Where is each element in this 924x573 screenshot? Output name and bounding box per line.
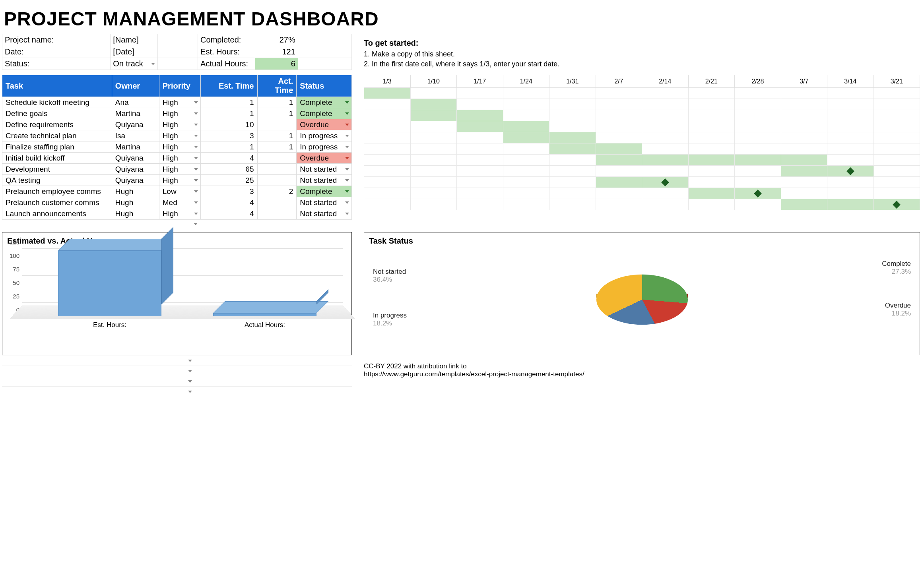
empty-row-dropdown[interactable] — [2, 376, 352, 386]
table-row[interactable]: Create technical planIsaHigh31In progres… — [2, 130, 352, 141]
task-est-cell[interactable]: 3 — [201, 186, 257, 197]
gantt-date-header[interactable]: 1/24 — [503, 75, 549, 88]
table-row[interactable]: Define goalsMartinaHigh11Complete — [2, 108, 352, 119]
task-est-cell[interactable]: 4 — [201, 197, 257, 208]
gantt-cell[interactable] — [688, 155, 735, 166]
gantt-cell[interactable] — [642, 177, 689, 188]
task-priority-dropdown[interactable]: High — [159, 97, 200, 108]
gantt-cell[interactable] — [410, 88, 457, 99]
gantt-cell[interactable] — [642, 132, 689, 143]
task-name-cell[interactable]: QA testing — [2, 175, 112, 186]
task-act-cell[interactable] — [257, 208, 297, 219]
gantt-chart[interactable]: 1/31/101/171/241/312/72/142/212/283/73/1… — [364, 75, 920, 210]
task-owner-cell[interactable]: Isa — [112, 130, 159, 141]
gantt-cell[interactable] — [874, 188, 920, 199]
gantt-cell[interactable] — [364, 88, 411, 99]
gantt-date-header[interactable]: 2/14 — [642, 75, 689, 88]
gantt-cell[interactable] — [874, 177, 920, 188]
task-owner-cell[interactable]: Hugh — [112, 186, 159, 197]
gantt-cell[interactable] — [364, 155, 411, 166]
task-est-cell[interactable]: 4 — [201, 208, 257, 219]
task-owner-cell[interactable]: Martina — [112, 141, 159, 153]
gantt-cell[interactable] — [503, 132, 549, 143]
task-status-dropdown[interactable]: Not started — [297, 197, 352, 208]
gantt-cell[interactable] — [688, 99, 735, 110]
task-est-cell[interactable]: 1 — [201, 97, 257, 108]
gantt-row[interactable] — [364, 188, 920, 199]
gantt-row[interactable] — [364, 132, 920, 143]
summary-value[interactable]: [Name] — [111, 34, 157, 46]
gantt-cell[interactable] — [549, 166, 596, 177]
gantt-cell[interactable] — [364, 121, 411, 132]
gantt-cell[interactable] — [503, 166, 549, 177]
gantt-cell[interactable] — [364, 110, 411, 121]
empty-row-dropdown[interactable] — [2, 366, 352, 376]
gantt-date-header[interactable]: 3/7 — [781, 75, 827, 88]
task-header[interactable]: Status — [297, 75, 352, 97]
task-act-cell[interactable]: 1 — [257, 130, 297, 141]
task-est-cell[interactable]: 4 — [201, 153, 257, 164]
gantt-cell[interactable] — [781, 199, 827, 210]
gantt-cell[interactable] — [364, 188, 411, 199]
gantt-cell[interactable] — [503, 155, 549, 166]
gantt-cell[interactable] — [688, 88, 735, 99]
gantt-row[interactable] — [364, 155, 920, 166]
gantt-cell[interactable] — [642, 110, 689, 121]
gantt-cell[interactable] — [781, 143, 827, 155]
gantt-cell[interactable] — [549, 177, 596, 188]
gantt-cell[interactable] — [688, 143, 735, 155]
gantt-cell[interactable] — [688, 166, 735, 177]
gantt-cell[interactable] — [827, 88, 874, 99]
gantt-date-header[interactable]: 1/31 — [549, 75, 596, 88]
gantt-cell[interactable] — [503, 143, 549, 155]
gantt-cell[interactable] — [827, 188, 874, 199]
table-row[interactable]: DevelopmentQuiyanaHigh65Not started — [2, 164, 352, 175]
task-act-cell[interactable]: 1 — [257, 97, 297, 108]
task-act-cell[interactable] — [257, 164, 297, 175]
gantt-cell[interactable] — [874, 199, 920, 210]
gantt-cell[interactable] — [457, 177, 503, 188]
gantt-cell[interactable] — [735, 110, 781, 121]
gantt-row[interactable] — [364, 121, 920, 132]
gantt-cell[interactable] — [688, 132, 735, 143]
gantt-cell[interactable] — [364, 199, 411, 210]
gantt-cell[interactable] — [874, 110, 920, 121]
gantt-cell[interactable] — [457, 199, 503, 210]
task-est-cell[interactable]: 1 — [201, 108, 257, 119]
task-name-cell[interactable]: Define goals — [2, 108, 112, 119]
task-priority-dropdown[interactable]: High — [159, 130, 200, 141]
task-priority-dropdown[interactable]: High — [159, 175, 200, 186]
gantt-cell[interactable] — [874, 143, 920, 155]
gantt-cell[interactable] — [827, 155, 874, 166]
gantt-cell[interactable] — [642, 155, 689, 166]
task-header[interactable]: Act. Time — [257, 75, 297, 97]
summary-metric-value[interactable]: 121 — [255, 46, 298, 58]
task-name-cell[interactable]: Define requirements — [2, 119, 112, 130]
gantt-cell[interactable] — [827, 110, 874, 121]
task-owner-cell[interactable]: Quiyana — [112, 164, 159, 175]
gantt-cell[interactable] — [781, 99, 827, 110]
gantt-cell[interactable] — [596, 188, 642, 199]
task-priority-dropdown[interactable]: High — [159, 153, 200, 164]
task-owner-cell[interactable]: Hugh — [112, 208, 159, 219]
gantt-cell[interactable] — [503, 110, 549, 121]
gantt-cell[interactable] — [827, 177, 874, 188]
gantt-cell[interactable] — [549, 99, 596, 110]
task-est-cell[interactable]: 25 — [201, 175, 257, 186]
task-priority-dropdown[interactable]: Med — [159, 197, 200, 208]
gantt-date-header[interactable]: 1/3 — [364, 75, 411, 88]
gantt-cell[interactable] — [874, 99, 920, 110]
gantt-cell[interactable] — [688, 110, 735, 121]
gantt-cell[interactable] — [503, 177, 549, 188]
footer-link[interactable]: https://www.getguru.com/templates/excel-… — [364, 370, 920, 378]
task-owner-cell[interactable]: Ana — [112, 97, 159, 108]
gantt-cell[interactable] — [503, 99, 549, 110]
task-owner-cell[interactable]: Martina — [112, 108, 159, 119]
gantt-cell[interactable] — [781, 166, 827, 177]
gantt-cell[interactable] — [827, 121, 874, 132]
gantt-cell[interactable] — [596, 166, 642, 177]
gantt-cell[interactable] — [549, 132, 596, 143]
table-row[interactable]: Define requirementsQuiyanaHigh10Overdue — [2, 119, 352, 130]
gantt-cell[interactable] — [410, 99, 457, 110]
summary-value[interactable]: On track — [111, 58, 157, 70]
